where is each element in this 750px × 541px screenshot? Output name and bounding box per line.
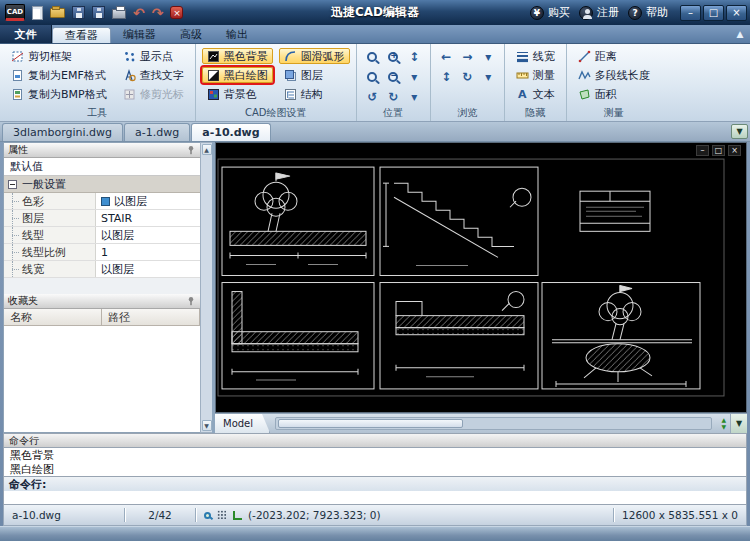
maximize-button[interactable]: □ <box>703 5 724 21</box>
close-button[interactable]: × <box>726 5 747 21</box>
minimize-button[interactable]: – <box>680 5 701 21</box>
view-drop-button[interactable]: ▾ <box>405 88 424 105</box>
line-width-button[interactable]: 线宽 <box>511 48 560 64</box>
property-value-linetype[interactable]: 以图层 <box>96 227 200 243</box>
zoom-drop-button[interactable]: ▾ <box>405 68 424 85</box>
status-ucs-icon[interactable] <box>233 511 242 520</box>
zoom-in-button[interactable] <box>384 48 403 65</box>
next-view-button[interactable]: → <box>458 48 477 65</box>
area-icon <box>578 88 591 101</box>
pan-icon: ↕ <box>409 50 419 64</box>
model-tab[interactable]: Model <box>215 414 270 433</box>
black-background-button[interactable]: 黑色背景 <box>202 48 273 64</box>
doc-tab-a1[interactable]: a-1.dwg <box>124 123 190 141</box>
command-panel-header: 命令行 <box>3 433 747 447</box>
ribbon-collapse-icon[interactable]: ▲ <box>730 25 750 43</box>
panel-spacer <box>4 278 200 294</box>
panel-scrollbar[interactable]: ▲ ▼ <box>200 142 212 433</box>
hide-text-button[interactable]: A 文本 <box>511 86 560 102</box>
new-file-button[interactable] <box>32 5 43 21</box>
menu-bar: 文件 查看器 编辑器 高级 输出 ▲ <box>0 25 750 44</box>
pin-icon[interactable] <box>186 145 196 155</box>
clip-frame-button[interactable]: 剪切框架 <box>6 48 112 64</box>
property-value-linetype-scale[interactable]: 1 <box>96 244 200 260</box>
collapse-icon[interactable] <box>8 180 17 189</box>
save-button[interactable] <box>72 5 85 21</box>
property-value-color[interactable]: 以图层 <box>96 193 200 209</box>
line-width-icon <box>516 50 529 63</box>
scroll-up-icon[interactable]: ▲ <box>202 144 212 155</box>
mdi-close-icon[interactable]: × <box>728 145 741 156</box>
tab-advanced[interactable]: 高级 <box>168 25 214 43</box>
view-history-drop-button[interactable]: ▾ <box>479 48 498 65</box>
properties-default-selector[interactable]: 默认值 <box>4 158 200 176</box>
help-button[interactable]: ? 帮助 <box>628 5 668 20</box>
horizontal-scrollbar[interactable] <box>275 417 712 430</box>
favorites-col-name[interactable]: 名称 <box>4 309 102 326</box>
orbit-button[interactable]: ↻ <box>458 68 477 85</box>
area-button[interactable]: 面积 <box>573 86 655 102</box>
command-prompt-label: 命令行: <box>3 477 747 491</box>
yen-icon: ¥ <box>530 6 544 20</box>
command-history[interactable]: 黑色背景 黑白绘图 <box>3 447 747 477</box>
save-as-button[interactable] <box>92 5 105 21</box>
mdi-restore-icon[interactable]: □ <box>712 145 725 156</box>
copy-emf-button[interactable]: 复制为EMF格式 <box>6 67 112 83</box>
cad-canvas[interactable]: – □ × <box>215 142 747 413</box>
buy-button[interactable]: ¥ 购买 <box>530 5 570 20</box>
properties-group-general[interactable]: 一般设置 <box>4 176 200 193</box>
black-background-icon <box>207 50 220 63</box>
favorites-col-path[interactable]: 路径 <box>102 309 200 326</box>
open-file-button[interactable] <box>50 5 65 21</box>
command-input[interactable] <box>3 491 747 505</box>
property-row-linetype-scale: 线型比例 1 <box>4 244 200 261</box>
show-points-button[interactable]: 显示点 <box>118 48 189 64</box>
status-zoom-icon[interactable] <box>204 512 211 519</box>
file-menu-button[interactable]: 文件 <box>0 25 52 43</box>
pan-button[interactable]: ↕ <box>405 48 424 65</box>
hide-measure-button[interactable]: 测量 <box>511 67 560 83</box>
rotate-ccw-button[interactable]: ↺ <box>363 88 382 105</box>
find-text-button[interactable]: 查找文字 <box>118 67 189 83</box>
smooth-arc-button[interactable]: 圆滑弧形 <box>279 48 350 64</box>
rotate-ccw-icon: ↺ <box>367 90 377 104</box>
app-window: CAD ↶ ↷ × 迅捷CAD编辑器 ¥ 购买 注册 ? 帮助 <box>0 0 750 541</box>
register-button[interactable]: 注册 <box>579 5 619 20</box>
mdi-minimize-icon[interactable]: – <box>696 145 709 156</box>
tab-editor[interactable]: 编辑器 <box>111 25 168 43</box>
undo-button[interactable]: ↶ <box>133 5 145 21</box>
tab-viewer[interactable]: 查看器 <box>52 27 111 43</box>
print-button[interactable] <box>112 5 126 21</box>
rotate-cw-button[interactable]: ↻ <box>384 88 403 105</box>
tab-output[interactable]: 输出 <box>214 25 260 43</box>
scroll-updown-button[interactable]: ↕ <box>437 68 456 85</box>
trim-cursor-button[interactable]: 修剪光标 <box>118 86 189 102</box>
browse-drop-button[interactable]: ▾ <box>479 68 498 85</box>
status-grid-icon[interactable] <box>217 510 227 520</box>
background-color-button[interactable]: 背景色 <box>202 86 273 102</box>
property-value-layer[interactable]: STAIR <box>96 210 200 226</box>
layout-scroll-arrows[interactable]: ▲ ▼ <box>717 414 730 433</box>
bw-drawing-button[interactable]: 黑白绘图 <box>202 67 273 83</box>
structure-button[interactable]: 结构 <box>279 86 350 102</box>
previous-view-button[interactable]: ← <box>437 48 456 65</box>
doc-tab-3dlamborgini[interactable]: 3dlamborgini.dwg <box>2 123 123 141</box>
ribbon-group-tools: 剪切框架 复制为EMF格式 复制为BMP格式 显示点 查找文 <box>0 44 196 121</box>
scroll-down-icon[interactable]: ▼ <box>202 420 212 431</box>
ribbon-group-cad-settings: 黑色背景 黑白绘图 背景色 圆滑弧形 图层 <box>196 44 357 121</box>
redo-button[interactable]: ↷ <box>152 5 164 21</box>
property-value-lineweight[interactable]: 以图层 <box>96 261 200 277</box>
exit-button[interactable]: × <box>170 5 183 21</box>
polyline-length-button[interactable]: 多段线长度 <box>573 67 655 83</box>
zoom-extents-button[interactable] <box>363 68 382 85</box>
distance-button[interactable]: 距离 <box>573 48 655 64</box>
doc-list-drop-icon[interactable]: ▼ <box>731 124 748 139</box>
zoom-window-button[interactable] <box>363 48 382 65</box>
pin-icon[interactable] <box>186 296 196 306</box>
layers-button[interactable]: 图层 <box>279 67 350 83</box>
layout-drop-icon[interactable]: ▼ <box>730 414 747 433</box>
favorites-list[interactable] <box>4 326 200 432</box>
doc-tab-a10[interactable]: a-10.dwg <box>191 123 270 141</box>
copy-bmp-button[interactable]: 复制为BMP格式 <box>6 86 112 102</box>
zoom-out-button[interactable] <box>384 68 403 85</box>
